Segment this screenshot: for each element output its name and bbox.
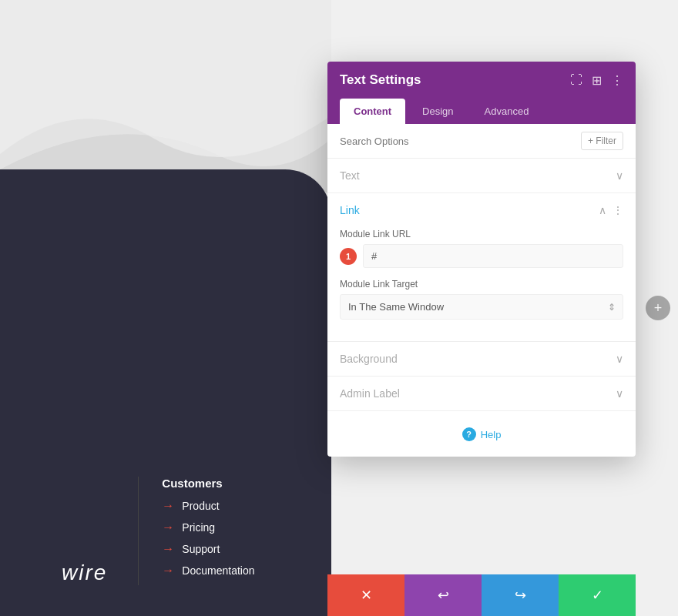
nav-link-product: Product — [182, 500, 219, 512]
panel-header: Text Settings ⛶ ⊞ ⋮ — [327, 62, 636, 99]
header-icons: ⛶ ⊞ ⋮ — [570, 73, 623, 88]
help-button[interactable]: ? Help — [462, 427, 502, 441]
arrow-icon: → — [162, 542, 174, 556]
search-bar: + Filter — [327, 124, 636, 159]
text-section-label: Text — [340, 169, 360, 182]
tab-design[interactable]: Design — [408, 99, 467, 124]
chevron-up-icon[interactable]: ∧ — [599, 204, 606, 216]
link-section-label: Link — [340, 204, 360, 216]
list-item: → Product — [162, 499, 254, 513]
step-badge: 1 — [340, 248, 357, 265]
help-section: ? Help — [327, 411, 636, 457]
nav-heading: Customers — [162, 477, 254, 490]
action-bar: ✕ ↩ ↪ ✓ — [327, 574, 636, 616]
logo-area: wire — [0, 561, 138, 585]
link-header-icons: ∧ ⋮ — [599, 204, 623, 216]
link-section-header: Link ∧ ⋮ — [340, 204, 623, 216]
target-field-group: Module Link Target In The Same Window In… — [340, 279, 623, 320]
tab-content[interactable]: Content — [340, 99, 405, 124]
nav-link-pricing: Pricing — [182, 521, 215, 534]
url-field-group: Module Link URL 1 — [340, 229, 623, 268]
save-button[interactable]: ✓ — [559, 574, 636, 616]
nav-link-documentation: Documentation — [182, 564, 254, 577]
tab-advanced[interactable]: Advanced — [471, 99, 543, 124]
admin-label-section-row[interactable]: Admin Label ∨ — [327, 377, 636, 411]
wave-area — [0, 0, 331, 192]
url-input[interactable] — [363, 244, 623, 268]
background-section-row[interactable]: Background ∨ — [327, 342, 636, 377]
link-section: Link ∧ ⋮ Module Link URL 1 Module Link T… — [327, 193, 636, 342]
help-icon: ? — [462, 427, 476, 441]
url-field-row: 1 — [340, 244, 623, 268]
arrow-icon: → — [162, 499, 174, 513]
help-label: Help — [481, 429, 502, 440]
filter-button[interactable]: + Filter — [581, 132, 623, 150]
search-input[interactable] — [340, 136, 581, 147]
more-options-icon[interactable]: ⋮ — [613, 204, 623, 216]
list-item: → Documentation — [162, 564, 254, 578]
background-section-label: Background — [340, 353, 398, 365]
logo: wire — [62, 561, 107, 585]
layout-icon[interactable]: ⊞ — [592, 73, 602, 88]
arrow-icon: → — [162, 564, 174, 578]
list-item: → Pricing — [162, 521, 254, 534]
arrow-icon: → — [162, 521, 174, 534]
add-element-button[interactable]: + — [646, 296, 670, 320]
settings-panel: Text Settings ⛶ ⊞ ⋮ Content Design Advan… — [327, 62, 636, 457]
cancel-button[interactable]: ✕ — [327, 574, 404, 616]
chevron-down-icon: ∨ — [616, 387, 623, 400]
panel-title: Text Settings — [340, 72, 421, 88]
list-item: → Support — [162, 542, 254, 556]
chevron-down-icon: ∨ — [616, 169, 623, 182]
url-field-label: Module Link URL — [340, 229, 623, 239]
tabs-bar: Content Design Advanced — [327, 99, 636, 124]
website-preview: wire Customers → Product → Pricing → Sup… — [0, 169, 331, 616]
target-select-wrapper: In The Same Window In A New Tab ⇕ — [340, 294, 623, 320]
admin-label-section-label: Admin Label — [340, 387, 400, 400]
fullscreen-icon[interactable]: ⛶ — [570, 73, 582, 87]
chevron-down-icon: ∨ — [616, 353, 623, 365]
text-section-row[interactable]: Text ∨ — [327, 159, 636, 193]
target-field-label: Module Link Target — [340, 279, 623, 290]
nav-area: Customers → Product → Pricing → Support … — [138, 477, 254, 585]
target-select[interactable]: In The Same Window In A New Tab — [340, 294, 623, 320]
more-icon[interactable]: ⋮ — [611, 73, 623, 88]
panel-body: Text ∨ Link ∧ ⋮ Module Link URL 1 — [327, 159, 636, 457]
undo-button[interactable]: ↩ — [404, 574, 482, 616]
nav-link-support: Support — [182, 543, 220, 555]
redo-button[interactable]: ↪ — [482, 574, 559, 616]
